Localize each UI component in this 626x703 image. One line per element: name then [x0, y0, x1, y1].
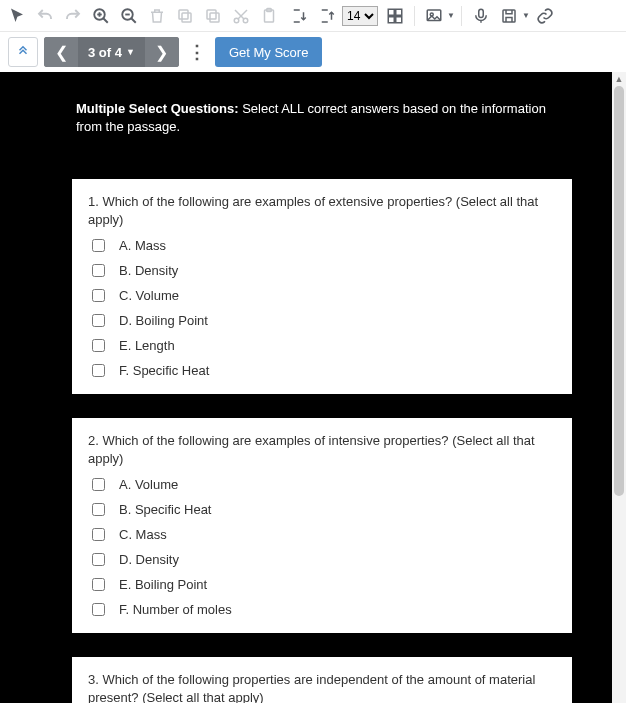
- cut-icon: [228, 3, 254, 29]
- save-icon[interactable]: [496, 3, 522, 29]
- image-icon[interactable]: [421, 3, 447, 29]
- pointer-icon[interactable]: [4, 3, 30, 29]
- option-checkbox[interactable]: [92, 289, 105, 302]
- svg-rect-8: [179, 10, 188, 19]
- svg-rect-19: [388, 16, 394, 22]
- instructions-bold: Multiple Select Questions:: [76, 101, 239, 116]
- page-pager: ❮ 3 of 4▼ ❯: [44, 37, 179, 67]
- options-list: A. VolumeB. Specific HeatC. MassD. Densi…: [88, 477, 556, 617]
- question-card: 3. Which of the following properties are…: [72, 657, 572, 703]
- svg-rect-23: [479, 9, 484, 17]
- clipboard-icon: [256, 3, 282, 29]
- svg-rect-10: [210, 13, 219, 22]
- option-checkbox[interactable]: [92, 603, 105, 616]
- option-row: F. Number of moles: [92, 602, 556, 617]
- option-row: C. Volume: [92, 288, 556, 303]
- option-row: A. Mass: [92, 238, 556, 253]
- question-text: 1. Which of the following are examples o…: [88, 193, 556, 228]
- option-row: B. Density: [92, 263, 556, 278]
- option-label: D. Density: [119, 552, 179, 567]
- option-row: E. Length: [92, 338, 556, 353]
- link-icon[interactable]: [532, 3, 558, 29]
- caret-down-icon: ▼: [126, 47, 135, 57]
- zoom-out-icon[interactable]: [116, 3, 142, 29]
- options-list: A. MassB. DensityC. VolumeD. Boiling Poi…: [88, 238, 556, 378]
- scrollbar-track[interactable]: ▲: [612, 72, 626, 703]
- page-label: 3 of 4: [88, 45, 122, 60]
- next-page-button[interactable]: ❯: [145, 37, 179, 67]
- option-label: A. Mass: [119, 238, 166, 253]
- option-checkbox[interactable]: [92, 478, 105, 491]
- option-label: E. Boiling Point: [119, 577, 207, 592]
- svg-rect-24: [503, 10, 515, 22]
- line-height-up-icon[interactable]: [314, 3, 340, 29]
- option-label: C. Volume: [119, 288, 179, 303]
- option-row: D. Boiling Point: [92, 313, 556, 328]
- font-size-select[interactable]: 1012141618: [342, 6, 378, 26]
- option-label: F. Specific Heat: [119, 363, 209, 378]
- image-caret-icon[interactable]: ▼: [447, 11, 455, 20]
- instructions-heading: Multiple Select Questions: Select ALL co…: [0, 100, 612, 155]
- collapse-up-button[interactable]: [8, 37, 38, 67]
- page-indicator[interactable]: 3 of 4▼: [78, 37, 145, 67]
- option-checkbox[interactable]: [92, 264, 105, 277]
- question-text: 2. Which of the following are examples o…: [88, 432, 556, 467]
- option-checkbox[interactable]: [92, 364, 105, 377]
- scrollbar-up-icon[interactable]: ▲: [612, 72, 626, 86]
- option-row: C. Mass: [92, 527, 556, 542]
- option-checkbox[interactable]: [92, 553, 105, 566]
- option-checkbox[interactable]: [92, 314, 105, 327]
- option-checkbox[interactable]: [92, 239, 105, 252]
- line-height-down-icon[interactable]: [286, 3, 312, 29]
- svg-rect-18: [396, 9, 402, 15]
- option-label: F. Number of moles: [119, 602, 232, 617]
- zoom-in-icon[interactable]: [88, 3, 114, 29]
- content-viewport: Multiple Select Questions: Select ALL co…: [0, 72, 612, 703]
- svg-rect-9: [207, 10, 216, 19]
- option-checkbox[interactable]: [92, 578, 105, 591]
- option-label: A. Volume: [119, 477, 178, 492]
- scrollbar-thumb[interactable]: [614, 86, 624, 496]
- option-label: C. Mass: [119, 527, 167, 542]
- svg-rect-17: [388, 9, 394, 15]
- undo-icon: [32, 3, 58, 29]
- svg-rect-20: [396, 16, 402, 22]
- redo-icon: [60, 3, 86, 29]
- option-row: B. Specific Heat: [92, 502, 556, 517]
- option-label: B. Density: [119, 263, 178, 278]
- option-checkbox[interactable]: [92, 528, 105, 541]
- option-row: A. Volume: [92, 477, 556, 492]
- question-text: 3. Which of the following properties are…: [88, 671, 556, 703]
- svg-line-5: [131, 18, 136, 23]
- editor-toolbar: 1012141618 ▼ ▼: [0, 0, 626, 32]
- svg-line-1: [103, 18, 108, 23]
- duplicate-icon: [200, 3, 226, 29]
- option-row: F. Specific Heat: [92, 363, 556, 378]
- option-checkbox[interactable]: [92, 503, 105, 516]
- nav-row: ❮ 3 of 4▼ ❯ ⋮ Get My Score: [0, 32, 626, 72]
- trash-icon: [144, 3, 170, 29]
- more-menu-button[interactable]: ⋮: [185, 37, 209, 67]
- svg-rect-7: [182, 13, 191, 22]
- question-card: 2. Which of the following are examples o…: [72, 418, 572, 633]
- option-checkbox[interactable]: [92, 339, 105, 352]
- save-caret-icon[interactable]: ▼: [522, 11, 530, 20]
- option-label: E. Length: [119, 338, 175, 353]
- option-row: E. Boiling Point: [92, 577, 556, 592]
- get-score-button[interactable]: Get My Score: [215, 37, 322, 67]
- copy-icon: [172, 3, 198, 29]
- question-card: 1. Which of the following are examples o…: [72, 179, 572, 394]
- option-label: B. Specific Heat: [119, 502, 212, 517]
- option-row: D. Density: [92, 552, 556, 567]
- mic-icon[interactable]: [468, 3, 494, 29]
- prev-page-button[interactable]: ❮: [44, 37, 78, 67]
- grid-icon[interactable]: [382, 3, 408, 29]
- option-label: D. Boiling Point: [119, 313, 208, 328]
